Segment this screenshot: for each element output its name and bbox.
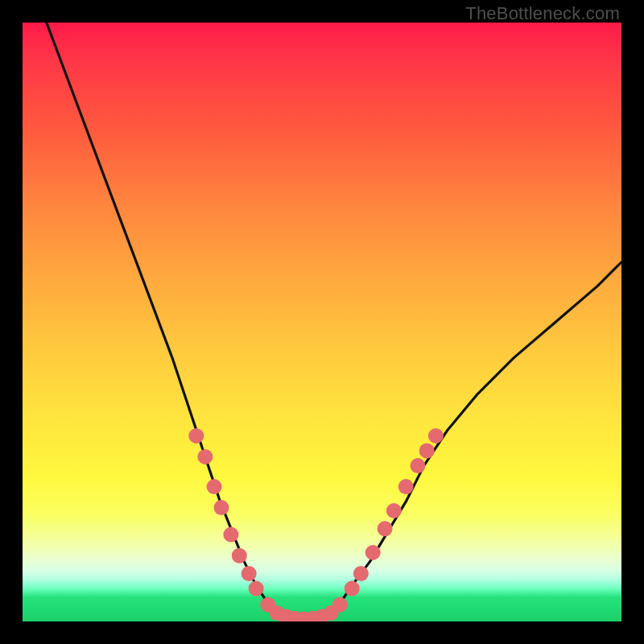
curve-layer <box>23 23 621 621</box>
chart-frame: TheBottleneck.com <box>0 0 644 644</box>
data-dot <box>378 521 393 536</box>
data-dot <box>398 479 414 494</box>
data-dot <box>197 449 213 464</box>
data-dot <box>207 479 222 494</box>
data-dot <box>386 503 402 518</box>
plot-area <box>23 23 621 621</box>
data-dot <box>332 597 348 613</box>
data-dot <box>411 458 426 473</box>
data-dot <box>419 444 435 459</box>
data-dot <box>223 527 238 543</box>
data-dot <box>365 545 381 560</box>
watermark-text: TheBottleneck.com <box>465 3 620 24</box>
data-dot <box>232 548 247 564</box>
data-dot <box>242 566 257 581</box>
data-dot <box>214 500 229 515</box>
data-dot <box>428 428 444 444</box>
data-dot <box>188 428 204 444</box>
data-dot <box>353 566 369 581</box>
bottleneck-curve <box>47 23 621 619</box>
data-dot <box>249 581 264 597</box>
data-dot <box>345 581 360 597</box>
